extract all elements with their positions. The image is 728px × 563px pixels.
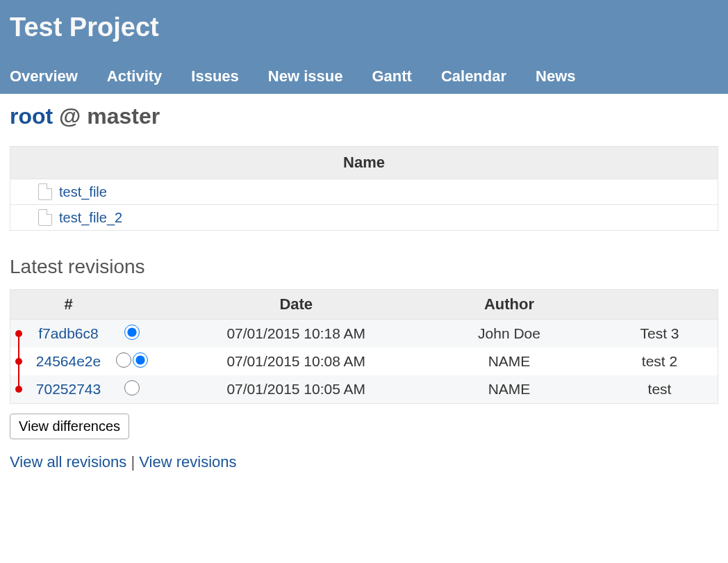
revision-hash-link[interactable]: 24564e2e	[36, 353, 101, 369]
revision-row: 24564e2e 07/01/2015 10:08 AM NAME test 2	[10, 348, 718, 375]
breadcrumb: root @ master	[10, 104, 718, 129]
revision-message: test	[579, 375, 718, 404]
revision-hash-link[interactable]: f7adb6c8	[38, 325, 98, 341]
breadcrumb-branch: master	[87, 104, 160, 129]
menu-issues[interactable]: Issues	[191, 67, 239, 85]
menu-overview[interactable]: Overview	[10, 67, 78, 85]
rev-col-author: Author	[439, 290, 579, 320]
menu-calendar[interactable]: Calendar	[441, 67, 506, 85]
file-link[interactable]: test_file_2	[59, 210, 122, 226]
rev-col-hash: #	[27, 290, 110, 320]
file-link[interactable]: test_file	[59, 184, 107, 200]
links-sep: |	[126, 453, 139, 471]
rev-col-message	[579, 290, 718, 320]
rev-col-radio	[110, 290, 154, 320]
rev-col-graph	[10, 290, 27, 320]
project-title: Test Project	[10, 13, 718, 42]
revision-message: Test 3	[579, 320, 718, 348]
rev-graph-icon	[12, 375, 26, 403]
view-all-revisions-link[interactable]: View all revisions	[10, 453, 126, 471]
revision-author: NAME	[439, 375, 579, 404]
revision-author: NAME	[439, 348, 579, 375]
revisions-table: # Date Author f7adb6c8	[10, 289, 718, 404]
files-table: Name test_file test_file_2	[10, 146, 718, 231]
rev-to-radio[interactable]	[124, 380, 140, 395]
project-header: Test Project Overview Activity Issues Ne…	[0, 0, 728, 94]
svg-point-1	[15, 330, 22, 337]
rev-to-radio[interactable]	[133, 352, 148, 368]
view-revisions-link[interactable]: View revisions	[139, 453, 236, 471]
svg-point-3	[15, 358, 22, 365]
revision-date: 07/01/2015 10:05 AM	[154, 375, 439, 404]
files-col-name: Name	[10, 147, 718, 179]
revisions-title: Latest revisions	[10, 256, 718, 278]
revision-message: test 2	[579, 348, 718, 375]
svg-point-5	[15, 386, 22, 393]
revision-row: f7adb6c8 07/01/2015 10:18 AM John Doe Te…	[10, 320, 718, 348]
file-icon	[38, 183, 52, 200]
file-icon	[38, 209, 52, 226]
rev-from-radio[interactable]	[116, 352, 131, 368]
revision-hash-link[interactable]: 70252743	[36, 381, 101, 397]
menu-news[interactable]: News	[536, 67, 575, 85]
revision-date: 07/01/2015 10:08 AM	[154, 348, 439, 375]
rev-col-date: Date	[154, 290, 439, 320]
revision-row: 70252743 07/01/2015 10:05 AM NAME test	[10, 375, 718, 404]
rev-from-radio[interactable]	[124, 325, 140, 340]
rev-graph-icon	[12, 320, 26, 348]
main-menu: Overview Activity Issues New issue Gantt…	[10, 67, 718, 94]
rev-graph-icon	[12, 348, 26, 375]
file-row: test_file	[10, 179, 718, 205]
menu-gantt[interactable]: Gantt	[372, 67, 411, 85]
file-row: test_file_2	[10, 205, 718, 231]
view-differences-button[interactable]: View differences	[10, 414, 129, 439]
revision-author: John Doe	[439, 320, 579, 348]
menu-activity[interactable]: Activity	[107, 67, 162, 85]
menu-new-issue[interactable]: New issue	[268, 67, 343, 85]
breadcrumb-sep: @	[53, 104, 87, 129]
bottom-links: View all revisions | View revisions	[10, 453, 718, 471]
breadcrumb-root-link[interactable]: root	[10, 104, 53, 129]
revision-date: 07/01/2015 10:18 AM	[154, 320, 439, 348]
